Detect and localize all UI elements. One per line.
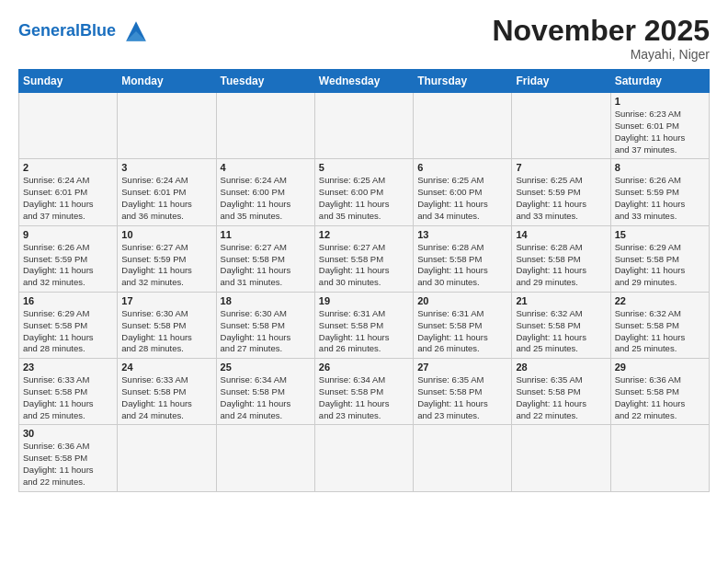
day-number: 27 bbox=[417, 362, 507, 373]
table-row: 13Sunrise: 6:28 AM Sunset: 5:58 PM Dayli… bbox=[414, 225, 512, 292]
day-number: 20 bbox=[417, 295, 507, 306]
location: Mayahi, Niger bbox=[492, 47, 710, 62]
table-row: 20Sunrise: 6:31 AM Sunset: 5:58 PM Dayli… bbox=[414, 292, 512, 358]
table-row bbox=[216, 425, 314, 491]
day-number: 8 bbox=[615, 162, 705, 173]
table-row: 30Sunrise: 6:36 AM Sunset: 5:58 PM Dayli… bbox=[19, 425, 118, 491]
header-friday: Friday bbox=[512, 70, 610, 93]
day-number: 2 bbox=[23, 162, 113, 173]
table-row: 3Sunrise: 6:24 AM Sunset: 6:01 PM Daylig… bbox=[118, 159, 216, 225]
day-number: 21 bbox=[516, 295, 606, 306]
day-info: Sunrise: 6:25 AM Sunset: 5:59 PM Dayligh… bbox=[516, 175, 606, 222]
day-info: Sunrise: 6:33 AM Sunset: 5:58 PM Dayligh… bbox=[23, 374, 113, 421]
day-info: Sunrise: 6:25 AM Sunset: 6:00 PM Dayligh… bbox=[319, 175, 409, 222]
table-row: 15Sunrise: 6:29 AM Sunset: 5:58 PM Dayli… bbox=[610, 225, 709, 292]
page: GeneralBlue November 2025 Mayahi, Niger … bbox=[0, 0, 728, 507]
table-row: 4Sunrise: 6:24 AM Sunset: 6:00 PM Daylig… bbox=[216, 159, 314, 225]
table-row: 7Sunrise: 6:25 AM Sunset: 5:59 PM Daylig… bbox=[512, 159, 610, 225]
header-sunday: Sunday bbox=[19, 70, 118, 93]
table-row bbox=[314, 93, 413, 159]
day-number: 22 bbox=[615, 295, 705, 306]
calendar-row-2: 9Sunrise: 6:26 AM Sunset: 5:59 PM Daylig… bbox=[19, 225, 710, 292]
day-info: Sunrise: 6:32 AM Sunset: 5:58 PM Dayligh… bbox=[615, 308, 705, 355]
day-number: 29 bbox=[615, 362, 705, 373]
table-row: 23Sunrise: 6:33 AM Sunset: 5:58 PM Dayli… bbox=[19, 359, 118, 425]
logo-general: General bbox=[18, 21, 80, 40]
table-row: 8Sunrise: 6:26 AM Sunset: 5:59 PM Daylig… bbox=[610, 159, 709, 225]
table-row bbox=[118, 93, 216, 159]
day-info: Sunrise: 6:31 AM Sunset: 5:58 PM Dayligh… bbox=[319, 308, 409, 355]
day-number: 16 bbox=[23, 295, 113, 306]
calendar-row-4: 23Sunrise: 6:33 AM Sunset: 5:58 PM Dayli… bbox=[19, 359, 710, 425]
header-monday: Monday bbox=[118, 70, 216, 93]
day-info: Sunrise: 6:30 AM Sunset: 5:58 PM Dayligh… bbox=[221, 308, 311, 355]
calendar-row-1: 2Sunrise: 6:24 AM Sunset: 6:01 PM Daylig… bbox=[19, 159, 710, 225]
table-row: 16Sunrise: 6:29 AM Sunset: 5:58 PM Dayli… bbox=[19, 292, 118, 358]
header-saturday: Saturday bbox=[610, 70, 709, 93]
day-info: Sunrise: 6:28 AM Sunset: 5:58 PM Dayligh… bbox=[516, 242, 606, 289]
day-number: 1 bbox=[615, 96, 705, 107]
table-row: 11Sunrise: 6:27 AM Sunset: 5:58 PM Dayli… bbox=[216, 225, 314, 292]
header-thursday: Thursday bbox=[414, 70, 512, 93]
table-row bbox=[414, 425, 512, 491]
day-number: 17 bbox=[121, 295, 211, 306]
day-info: Sunrise: 6:35 AM Sunset: 5:58 PM Dayligh… bbox=[417, 374, 507, 421]
day-info: Sunrise: 6:27 AM Sunset: 5:58 PM Dayligh… bbox=[319, 242, 409, 289]
table-row bbox=[512, 93, 610, 159]
logo-blue: Blue bbox=[80, 21, 116, 40]
day-info: Sunrise: 6:32 AM Sunset: 5:58 PM Dayligh… bbox=[516, 308, 606, 355]
day-number: 9 bbox=[23, 229, 113, 240]
day-number: 4 bbox=[221, 162, 311, 173]
day-number: 24 bbox=[121, 362, 211, 373]
header-wednesday: Wednesday bbox=[314, 70, 413, 93]
day-info: Sunrise: 6:36 AM Sunset: 5:58 PM Dayligh… bbox=[23, 441, 113, 488]
logo: GeneralBlue bbox=[18, 15, 153, 48]
calendar-row-5: 30Sunrise: 6:36 AM Sunset: 5:58 PM Dayli… bbox=[19, 425, 710, 491]
table-row: 17Sunrise: 6:30 AM Sunset: 5:58 PM Dayli… bbox=[118, 292, 216, 358]
title-block: November 2025 Mayahi, Niger bbox=[492, 15, 710, 62]
table-row bbox=[314, 425, 413, 491]
day-number: 15 bbox=[615, 229, 705, 240]
table-row: 18Sunrise: 6:30 AM Sunset: 5:58 PM Dayli… bbox=[216, 292, 314, 358]
day-number: 23 bbox=[23, 362, 113, 373]
table-row bbox=[414, 93, 512, 159]
day-info: Sunrise: 6:34 AM Sunset: 5:58 PM Dayligh… bbox=[221, 374, 311, 421]
table-row: 22Sunrise: 6:32 AM Sunset: 5:58 PM Dayli… bbox=[610, 292, 709, 358]
table-row: 9Sunrise: 6:26 AM Sunset: 5:59 PM Daylig… bbox=[19, 225, 118, 292]
day-number: 30 bbox=[23, 428, 113, 439]
day-info: Sunrise: 6:35 AM Sunset: 5:58 PM Dayligh… bbox=[516, 374, 606, 421]
day-info: Sunrise: 6:23 AM Sunset: 6:01 PM Dayligh… bbox=[615, 109, 705, 155]
day-number: 11 bbox=[221, 229, 311, 240]
table-row: 27Sunrise: 6:35 AM Sunset: 5:58 PM Dayli… bbox=[414, 359, 512, 425]
weekday-header-row: Sunday Monday Tuesday Wednesday Thursday… bbox=[19, 70, 710, 93]
table-row: 2Sunrise: 6:24 AM Sunset: 6:01 PM Daylig… bbox=[19, 159, 118, 225]
day-info: Sunrise: 6:34 AM Sunset: 5:58 PM Dayligh… bbox=[319, 374, 409, 421]
table-row bbox=[512, 425, 610, 491]
day-number: 6 bbox=[417, 162, 507, 173]
day-number: 19 bbox=[319, 295, 409, 306]
day-number: 10 bbox=[121, 229, 211, 240]
month-title: November 2025 bbox=[492, 15, 710, 47]
day-number: 26 bbox=[319, 362, 409, 373]
day-info: Sunrise: 6:26 AM Sunset: 5:59 PM Dayligh… bbox=[23, 242, 113, 289]
table-row: 6Sunrise: 6:25 AM Sunset: 6:00 PM Daylig… bbox=[414, 159, 512, 225]
logo-text: GeneralBlue bbox=[18, 22, 116, 40]
table-row bbox=[19, 93, 118, 159]
table-row: 24Sunrise: 6:33 AM Sunset: 5:58 PM Dayli… bbox=[118, 359, 216, 425]
day-number: 18 bbox=[221, 295, 311, 306]
table-row: 12Sunrise: 6:27 AM Sunset: 5:58 PM Dayli… bbox=[314, 225, 413, 292]
table-row: 1Sunrise: 6:23 AM Sunset: 6:01 PM Daylig… bbox=[610, 93, 709, 159]
calendar: Sunday Monday Tuesday Wednesday Thursday… bbox=[18, 69, 710, 492]
table-row bbox=[610, 425, 709, 491]
header-tuesday: Tuesday bbox=[216, 70, 314, 93]
day-info: Sunrise: 6:33 AM Sunset: 5:58 PM Dayligh… bbox=[121, 374, 211, 421]
day-number: 3 bbox=[121, 162, 211, 173]
day-number: 25 bbox=[221, 362, 311, 373]
table-row bbox=[216, 93, 314, 159]
day-info: Sunrise: 6:26 AM Sunset: 5:59 PM Dayligh… bbox=[615, 175, 705, 222]
day-info: Sunrise: 6:30 AM Sunset: 5:58 PM Dayligh… bbox=[121, 308, 211, 355]
table-row bbox=[118, 425, 216, 491]
day-info: Sunrise: 6:24 AM Sunset: 6:01 PM Dayligh… bbox=[23, 175, 113, 222]
day-number: 28 bbox=[516, 362, 606, 373]
day-info: Sunrise: 6:29 AM Sunset: 5:58 PM Dayligh… bbox=[615, 242, 705, 289]
